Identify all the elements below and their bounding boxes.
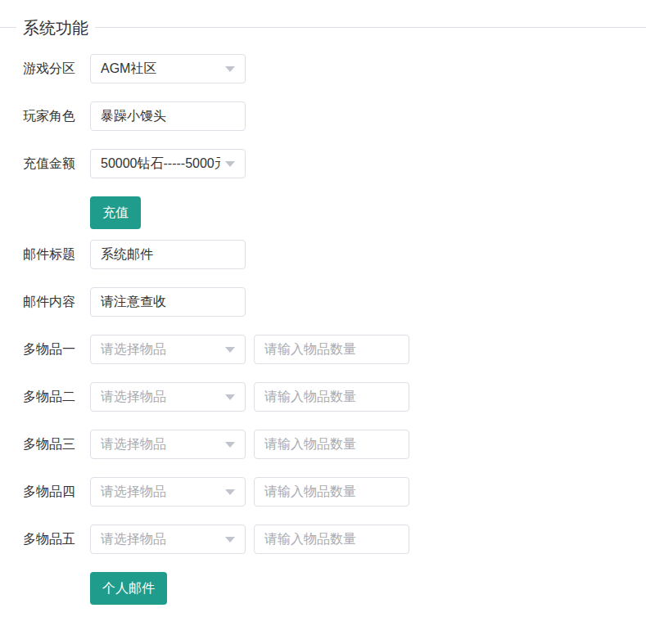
form-row-multi-item-2: 多物品二 请选择物品 bbox=[23, 382, 646, 412]
form-row-mail-title: 邮件标题 bbox=[23, 240, 646, 269]
recharge-amount-label: 充值金额 bbox=[23, 155, 90, 173]
form-row-multi-item-5: 多物品五 请选择物品 bbox=[23, 525, 646, 554]
recharge-amount-select[interactable]: 50000钻石-----5000元 bbox=[90, 149, 246, 178]
chevron-down-icon bbox=[225, 347, 235, 353]
form-row-personal-mail-button: 个人邮件 bbox=[23, 572, 646, 605]
form-row-player-role: 玩家角色 bbox=[23, 101, 646, 131]
multi-item-5-select[interactable]: 请选择物品 bbox=[90, 525, 246, 554]
multi-item-4-select[interactable]: 请选择物品 bbox=[90, 477, 246, 507]
mail-content-label: 邮件内容 bbox=[23, 294, 90, 311]
multi-item-3-qty-input[interactable] bbox=[254, 430, 409, 459]
personal-mail-button[interactable]: 个人邮件 bbox=[90, 572, 167, 605]
form-row-multi-item-3: 多物品三 请选择物品 bbox=[23, 430, 646, 459]
chevron-down-icon bbox=[225, 489, 235, 495]
game-zone-label: 游戏分区 bbox=[23, 61, 90, 78]
multi-item-1-select[interactable]: 请选择物品 bbox=[90, 335, 246, 364]
form-row-mail-content: 邮件内容 bbox=[23, 287, 646, 317]
form-row-recharge-amount: 充值金额 50000钻石-----5000元 bbox=[23, 149, 646, 178]
system-function-form: 游戏分区 AGM社区 玩家角色 充值金额 50000钻石-----5000元 充… bbox=[0, 54, 646, 605]
player-role-label: 玩家角色 bbox=[23, 108, 90, 125]
multi-item-3-label: 多物品三 bbox=[23, 436, 90, 453]
multi-item-1-label: 多物品一 bbox=[23, 341, 90, 358]
chevron-down-icon bbox=[225, 442, 235, 448]
mail-content-input[interactable] bbox=[90, 287, 246, 317]
multi-item-4-qty-input[interactable] bbox=[254, 477, 409, 507]
multi-item-2-label: 多物品二 bbox=[23, 389, 90, 406]
divider-line bbox=[0, 27, 646, 28]
multi-item-3-select[interactable]: 请选择物品 bbox=[90, 430, 246, 459]
multi-item-1-qty-input[interactable] bbox=[254, 335, 409, 364]
multi-item-5-select-placeholder: 请选择物品 bbox=[101, 531, 166, 548]
multi-item-2-select[interactable]: 请选择物品 bbox=[90, 382, 246, 412]
multi-item-1-select-placeholder: 请选择物品 bbox=[101, 341, 166, 358]
chevron-down-icon bbox=[225, 161, 235, 167]
chevron-down-icon bbox=[225, 394, 235, 400]
recharge-amount-select-value: 50000钻石-----5000元 bbox=[101, 155, 220, 173]
mail-title-label: 邮件标题 bbox=[23, 246, 90, 263]
form-row-recharge-button: 充值 bbox=[23, 196, 646, 229]
mail-title-input[interactable] bbox=[90, 240, 246, 269]
multi-item-2-select-placeholder: 请选择物品 bbox=[101, 389, 166, 406]
multi-item-4-label: 多物品四 bbox=[23, 484, 90, 501]
multi-item-5-qty-input[interactable] bbox=[254, 525, 409, 554]
player-role-input[interactable] bbox=[90, 101, 246, 131]
recharge-button[interactable]: 充值 bbox=[90, 196, 141, 229]
form-row-multi-item-1: 多物品一 请选择物品 bbox=[23, 335, 646, 364]
page-title: 系统功能 bbox=[16, 17, 95, 39]
form-row-game-zone: 游戏分区 AGM社区 bbox=[23, 54, 646, 83]
section-divider: 系统功能 bbox=[0, 19, 646, 36]
multi-item-2-qty-input[interactable] bbox=[254, 382, 409, 412]
game-zone-select[interactable]: AGM社区 bbox=[90, 54, 246, 83]
multi-item-4-select-placeholder: 请选择物品 bbox=[101, 484, 166, 501]
multi-item-5-label: 多物品五 bbox=[23, 531, 90, 548]
multi-item-3-select-placeholder: 请选择物品 bbox=[101, 436, 166, 453]
chevron-down-icon bbox=[225, 537, 235, 543]
chevron-down-icon bbox=[225, 66, 235, 72]
game-zone-select-value: AGM社区 bbox=[101, 61, 156, 78]
form-row-multi-item-4: 多物品四 请选择物品 bbox=[23, 477, 646, 507]
